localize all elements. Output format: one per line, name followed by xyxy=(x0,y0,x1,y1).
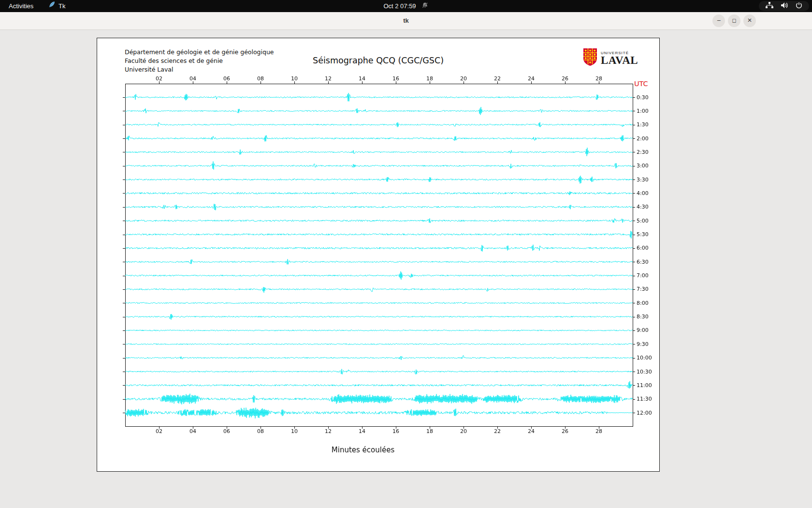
power-icon xyxy=(796,2,802,10)
utc-time-label: 6:30 xyxy=(637,259,649,265)
focused-app-menu[interactable]: Tk xyxy=(48,0,65,12)
utc-time-label: 1:00 xyxy=(637,108,649,114)
utc-time-label: 7:30 xyxy=(637,286,649,292)
utc-time-label: 4:00 xyxy=(637,190,649,196)
utc-time-label: 11:30 xyxy=(637,396,652,402)
system-top-bar: Activities Tk Oct 2 07:59 xyxy=(0,0,812,12)
utc-time-label: 0:30 xyxy=(637,94,649,101)
window-titlebar[interactable]: tk − ◻ ✕ xyxy=(0,12,812,30)
utc-time-label: 12:00 xyxy=(637,410,652,416)
seismograph-window-content: Département de géologie et de génie géol… xyxy=(97,38,660,472)
utc-time-label: 2:30 xyxy=(637,149,649,155)
header-university: Université Laval xyxy=(125,65,274,74)
tk-app-icon xyxy=(48,0,56,12)
x-axis-title: Minutes écoulées xyxy=(97,446,629,454)
utc-time-label: 5:00 xyxy=(637,218,649,224)
activities-button[interactable]: Activities xyxy=(6,0,36,12)
utc-time-label: 8:30 xyxy=(637,314,649,320)
minimize-button[interactable]: − xyxy=(712,15,725,27)
notifications-muted-icon xyxy=(422,2,429,10)
utc-time-label: 10:30 xyxy=(637,369,652,375)
universite-laval-logo: UNIVERSITÉ LAVAL xyxy=(583,48,638,68)
maximize-button[interactable]: ◻ xyxy=(728,15,740,27)
utc-time-label: 5:30 xyxy=(637,231,649,238)
utc-time-label: 1:30 xyxy=(637,121,649,128)
utc-time-label: 3:00 xyxy=(637,163,649,169)
laval-shield-icon xyxy=(583,48,597,68)
focused-app-name: Tk xyxy=(58,0,65,12)
utc-time-label: 10:00 xyxy=(637,355,652,361)
utc-time-label: 9:00 xyxy=(637,327,649,333)
close-button[interactable]: ✕ xyxy=(743,15,756,27)
seismograph-canvas xyxy=(121,80,637,430)
network-icon xyxy=(766,2,773,10)
utc-time-label: 11:00 xyxy=(637,382,652,388)
utc-time-label: 6:00 xyxy=(637,245,649,251)
utc-time-label: 2:00 xyxy=(637,135,649,142)
clock-menu[interactable]: Oct 2 07:59 xyxy=(383,0,428,12)
utc-time-label: 3:30 xyxy=(637,177,649,183)
window-title: tk xyxy=(0,12,812,30)
logo-wordmark-large: LAVAL xyxy=(601,55,638,66)
system-status-area[interactable] xyxy=(759,1,809,11)
volume-icon xyxy=(781,2,788,10)
utc-time-label: 4:30 xyxy=(637,204,649,210)
clock-text: Oct 2 07:59 xyxy=(383,2,416,10)
page-title: Séismographe QCQ (CGC/GSC) xyxy=(97,56,659,65)
utc-time-label: 8:00 xyxy=(637,300,649,306)
utc-time-label: 7:00 xyxy=(637,272,649,279)
utc-time-label: 9:30 xyxy=(637,341,649,347)
